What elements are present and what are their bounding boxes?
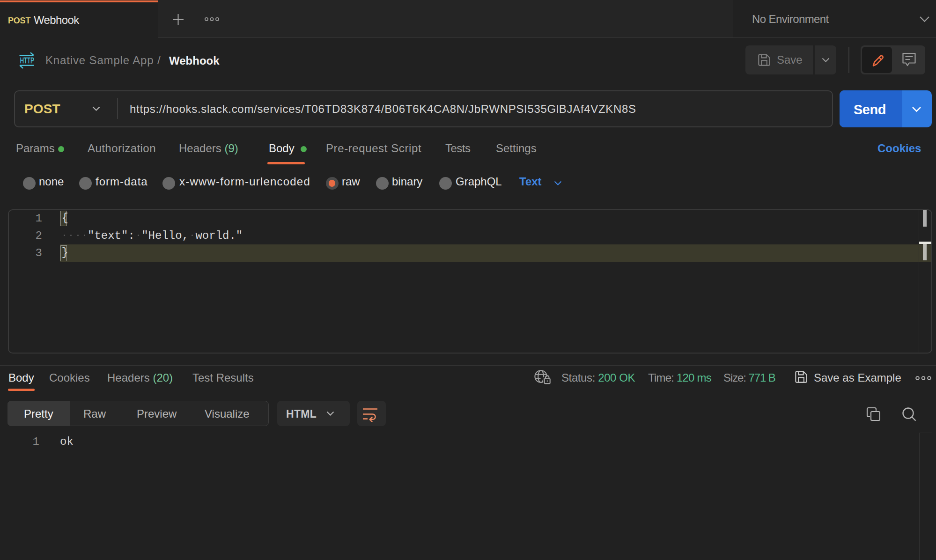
svg-text:HTTP: HTTP xyxy=(20,56,34,65)
